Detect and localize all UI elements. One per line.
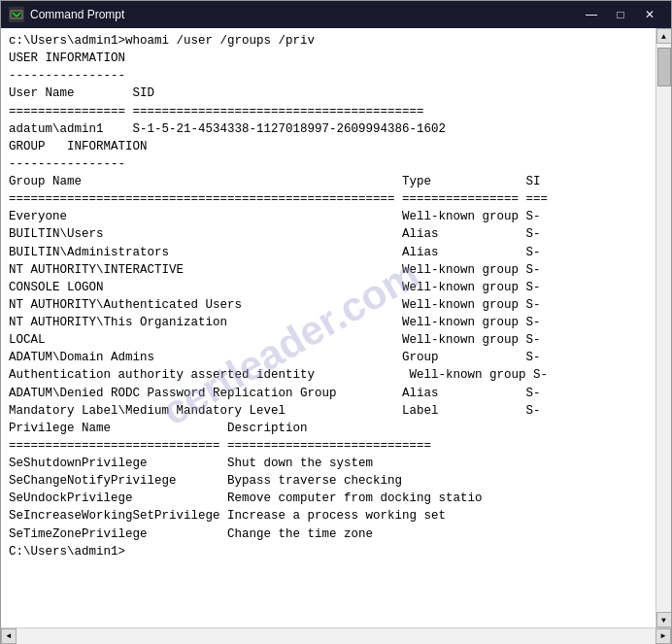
minimize-button[interactable]: — xyxy=(578,5,605,24)
app-icon xyxy=(9,7,24,22)
title-bar-left: Command Prompt xyxy=(9,7,124,22)
window-controls: — □ ✕ xyxy=(578,5,663,24)
content-wrapper: certleader.com c:\Users\admin1>whoami /u… xyxy=(1,28,655,627)
vertical-scrollbar[interactable]: ▲ ▼ xyxy=(655,28,671,627)
terminal-output[interactable]: c:\Users\admin1>whoami /user /groups /pr… xyxy=(1,28,655,627)
scroll-up-button[interactable]: ▲ xyxy=(656,28,672,44)
close-button[interactable]: ✕ xyxy=(636,5,663,24)
scroll-track-horizontal[interactable] xyxy=(17,628,655,644)
scroll-left-button[interactable]: ◄ xyxy=(1,628,17,644)
content-area: certleader.com c:\Users\admin1>whoami /u… xyxy=(1,28,671,627)
svg-rect-0 xyxy=(11,11,22,18)
svg-line-1 xyxy=(13,13,17,17)
scroll-down-button[interactable]: ▼ xyxy=(656,612,672,627)
window-title: Command Prompt xyxy=(30,8,124,21)
maximize-button[interactable]: □ xyxy=(607,5,634,24)
scroll-right-button[interactable]: ► xyxy=(655,628,671,644)
scroll-track-vertical[interactable] xyxy=(656,44,672,612)
title-bar: Command Prompt — □ ✕ xyxy=(1,1,671,28)
command-prompt-window: Command Prompt — □ ✕ certleader.com c:\U… xyxy=(0,0,672,644)
scroll-thumb-vertical[interactable] xyxy=(657,48,671,86)
horizontal-scrollbar[interactable]: ◄ ► xyxy=(1,627,671,643)
svg-line-2 xyxy=(17,13,20,17)
